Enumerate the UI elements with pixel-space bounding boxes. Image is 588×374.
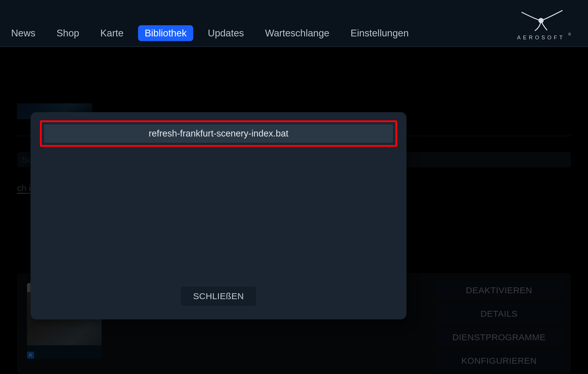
nav-news-label: News bbox=[11, 28, 36, 38]
aerosoft-icon bbox=[512, 6, 570, 33]
configure-label: KONFIGURIEREN bbox=[461, 356, 537, 366]
brand-logo: AEROSOFT bbox=[503, 0, 579, 47]
nav-settings-label: Einstellungen bbox=[350, 28, 409, 38]
close-button-label: SCHLIEßEN bbox=[193, 291, 244, 301]
details-button[interactable]: DETAILS bbox=[435, 304, 563, 324]
nav-library-label: Bibliothek bbox=[145, 28, 187, 38]
nav-updates[interactable]: Updates bbox=[201, 25, 251, 41]
utilities-modal: refresh-frankfurt-scenery-index.bat SCHL… bbox=[31, 112, 406, 319]
deactivate-label: DEAKTIVIEREN bbox=[466, 285, 532, 295]
nav-library[interactable]: Bibliothek bbox=[138, 25, 193, 41]
nav-map-label: Karte bbox=[100, 28, 124, 38]
nav-shop-label: Shop bbox=[57, 28, 79, 38]
brand-name: AEROSOFT bbox=[517, 35, 565, 41]
svg-point-0 bbox=[538, 18, 544, 23]
close-button[interactable]: SCHLIEßEN bbox=[181, 287, 256, 306]
nav-map[interactable]: Karte bbox=[94, 25, 130, 41]
nav-news[interactable]: News bbox=[5, 25, 42, 41]
nav-queue-label: Warteschlange bbox=[265, 28, 330, 38]
utility-file-button[interactable]: refresh-frankfurt-scenery-index.bat bbox=[44, 124, 393, 143]
product-action-column: DEAKTIVIEREN DETAILS DIENSTPROGRAMME KON… bbox=[435, 281, 563, 374]
utilities-button[interactable]: DIENSTPROGRAMME bbox=[435, 328, 563, 347]
configure-button[interactable]: KONFIGURIEREN bbox=[435, 351, 563, 370]
utilities-label: DIENSTPROGRAMME bbox=[452, 332, 546, 342]
nav-settings[interactable]: Einstellungen bbox=[344, 25, 415, 41]
nav-shop[interactable]: Shop bbox=[50, 25, 86, 41]
utility-highlight: refresh-frankfurt-scenery-index.bat bbox=[40, 120, 397, 147]
details-label: DETAILS bbox=[481, 309, 518, 319]
nav-queue[interactable]: Warteschlange bbox=[259, 25, 336, 41]
main-nav: News Shop Karte Bibliothek Updates Warte… bbox=[5, 25, 415, 41]
top-nav-bar: News Shop Karte Bibliothek Updates Warte… bbox=[0, 0, 588, 47]
nav-updates-label: Updates bbox=[208, 28, 244, 38]
product-badge: A bbox=[27, 352, 34, 359]
deactivate-button[interactable]: DEAKTIVIEREN bbox=[435, 281, 563, 300]
utility-file-label: refresh-frankfurt-scenery-index.bat bbox=[149, 128, 288, 139]
